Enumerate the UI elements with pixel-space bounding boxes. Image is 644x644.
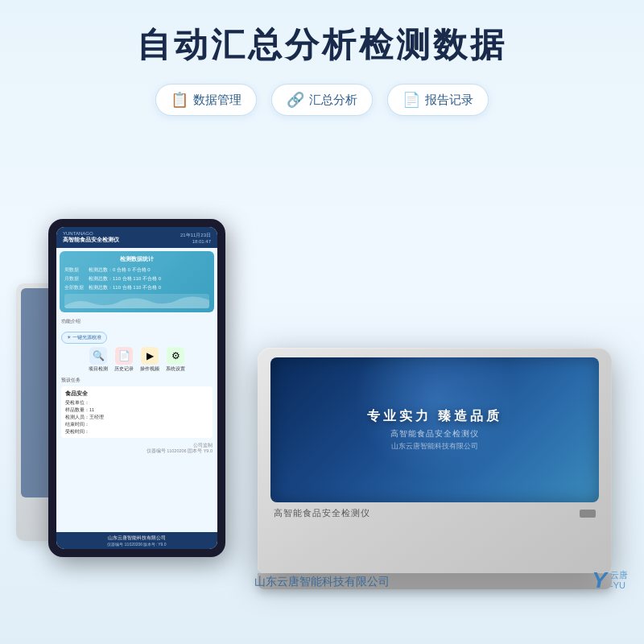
task-field-0: 受检单位： xyxy=(65,399,208,407)
tablet-wrapper: YUNTANAGO 高智能食品安全检测仪 21年11月23日 18:01:47 … xyxy=(48,219,225,557)
tablet-clock: 18:01:47 xyxy=(180,239,211,244)
chart-wave-svg xyxy=(64,294,209,308)
company-info: 公司监制 仪器编号 11020206 固本号 Y9.0 xyxy=(56,440,217,456)
tablet-header: YUNTANAGO 高智能食品安全检测仪 21年11月23日 18:01:47 xyxy=(56,227,217,248)
main-device-wrapper: 专业实力 臻造品质 高智能食品安全检测仪 山东云唐智能科技有限公司 高智能食品安… xyxy=(258,348,612,589)
brand-en: -YU xyxy=(610,580,628,591)
stat-data-month: 检测总数：110 合格 110 不合格 0 xyxy=(89,275,209,283)
stat-row-week: 周数据 检测总数：0 合格 0 不合格 0 xyxy=(64,266,209,274)
stat-label-all: 全部数据 xyxy=(64,284,85,291)
device-bottom: 高智能食品安全检测仪 xyxy=(270,502,599,521)
tablet-chart xyxy=(64,294,209,308)
tablet-device: YUNTANAGO 高智能食品安全检测仪 21年11月23日 18:01:47 … xyxy=(48,219,225,557)
feature-buttons: 📋 数据管理 🔗 汇总分析 📄 报告记录 xyxy=(16,84,628,116)
task-field-1: 样品数量：11 xyxy=(65,407,208,414)
stat-data-week: 检测总数：0 合格 0 不合格 0 xyxy=(89,266,209,274)
func-icons-row: 🔍 项目检测 📄 历史记录 ▶ 操作视频 ⚙ xyxy=(61,347,213,372)
device-num: 仪器编号 11020206 固本号 Y9.0 xyxy=(147,448,213,453)
tablet-stats-title: 检测数据统计 xyxy=(64,255,209,263)
tablet-stats-card: 检测数据统计 周数据 检测总数：0 合格 0 不合格 0 月数据 检测总数：11… xyxy=(60,251,214,312)
brand-cn: 云唐 xyxy=(610,570,628,580)
stat-label-week: 周数据 xyxy=(64,266,85,274)
func-label-history: 历史记录 xyxy=(114,366,134,372)
device-usb-port xyxy=(580,510,596,518)
report-record-label: 报告记录 xyxy=(425,93,473,108)
task-field-2: 检测人员：王经理 xyxy=(65,414,208,421)
data-management-label: 数据管理 xyxy=(193,93,242,108)
stat-label-month: 月数据 xyxy=(64,275,85,283)
device-screen-text3: 山东云唐智能科技有限公司 xyxy=(391,441,478,452)
tablet-date: 21年11月23日 xyxy=(180,232,211,239)
func-icon-settings: ⚙ xyxy=(167,347,184,365)
summary-analysis-button[interactable]: 🔗 汇总分析 xyxy=(271,84,373,116)
stat-row-all: 全部数据 检测总数：110 合格 110 不合格 0 xyxy=(64,284,209,291)
brand-watermark: Y 云唐 -YU xyxy=(592,568,628,593)
report-record-icon: 📄 xyxy=(402,91,420,109)
tablet-function-area: 功能介绍 ☀ 一键光源校准 🔍 项目检测 📄 历史记录 ▶ xyxy=(56,316,217,374)
tablet-logo: YUNTANAGO 高智能食品安全检测仪 xyxy=(63,231,119,244)
company-info-label: 公司监制 xyxy=(193,443,213,448)
tablet-logo-area: YUNTANAGO 高智能食品安全检测仪 xyxy=(63,231,119,244)
device-label: 高智能食品安全检测仪 xyxy=(274,507,370,519)
func-item-video[interactable]: ▶ 操作视频 xyxy=(140,347,159,372)
stat-row-month: 月数据 检测总数：110 合格 110 不合格 0 xyxy=(64,275,209,283)
task-field-3: 结束时间： xyxy=(65,421,208,428)
brand-text: 云唐 -YU xyxy=(610,570,628,591)
tablet-time: 21年11月23日 18:01:47 xyxy=(180,232,211,244)
bottom-company: 山东云唐智能科技有限公司 xyxy=(254,575,390,589)
device-screen-text1: 专业实力 臻造品质 xyxy=(367,408,502,425)
tablet-screen: YUNTANAGO 高智能食品安全检测仪 21年11月23日 18:01:47 … xyxy=(56,227,217,549)
main-device: 专业实力 臻造品质 高智能食品安全检测仪 山东云唐智能科技有限公司 高智能食品安… xyxy=(258,348,612,573)
summary-analysis-label: 汇总分析 xyxy=(309,93,357,108)
func-item-settings[interactable]: ⚙ 系统设置 xyxy=(166,347,185,372)
main-title: 自动汇总分析检测数据 xyxy=(16,23,628,68)
device-section: YUNTANAGO 高智能食品安全检测仪 21年11月23日 18:01:47 … xyxy=(0,130,644,605)
tablet-device-name: 高智能食品安全检测仪 xyxy=(63,236,119,244)
func-label-settings: 系统设置 xyxy=(166,366,185,372)
brand-y-logo: Y xyxy=(592,568,607,593)
func-icon-video: ▶ xyxy=(141,347,159,365)
report-record-button[interactable]: 📄 报告记录 xyxy=(387,84,489,116)
tablet-footer: 山东云唐智能科技有限公司 仪器编号:11020206 版本号: Y9.0 xyxy=(56,532,217,549)
tablet-footer-company: 山东云唐智能科技有限公司 xyxy=(59,535,215,542)
tablet-footer-sub: 仪器编号:11020206 版本号: Y9.0 xyxy=(59,542,215,547)
task-field-4: 受检时间： xyxy=(65,428,208,436)
device-screen: 专业实力 臻造品质 高智能食品安全检测仪 山东云唐智能科技有限公司 xyxy=(270,357,599,502)
summary-analysis-icon: 🔗 xyxy=(287,91,304,109)
tablet-task-area: 预设任务 食品安全 受检单位： 样品数量：11 检测人员：王经理 结束时间： 受… xyxy=(56,374,217,440)
data-management-icon: 📋 xyxy=(171,91,188,109)
stat-data-all: 检测总数：110 合格 110 不合格 0 xyxy=(89,284,209,291)
device-screen-text2: 高智能食品安全检测仪 xyxy=(390,428,479,440)
func-icon-detection: 🔍 xyxy=(89,347,107,365)
data-management-button[interactable]: 📋 数据管理 xyxy=(155,84,257,116)
func-label-detection: 项目检测 xyxy=(89,366,108,372)
task-title: 预设任务 xyxy=(61,377,213,384)
func-label-video: 操作视频 xyxy=(140,366,159,372)
func-highlight[interactable]: ☀ 一键光源校准 xyxy=(61,332,107,344)
top-section: 自动汇总分析检测数据 📋 数据管理 🔗 汇总分析 📄 报告记录 xyxy=(0,0,644,130)
func-icon-history: 📄 xyxy=(115,347,133,365)
func-item-history[interactable]: 📄 历史记录 xyxy=(114,347,134,372)
task-card: 食品安全 受检单位： 样品数量：11 检测人员：王经理 结束时间： 受检时间： xyxy=(61,386,213,438)
func-item-detection[interactable]: 🔍 项目检测 xyxy=(89,347,108,372)
task-card-header: 食品安全 xyxy=(65,390,208,398)
func-title: 功能介绍 xyxy=(61,318,213,325)
